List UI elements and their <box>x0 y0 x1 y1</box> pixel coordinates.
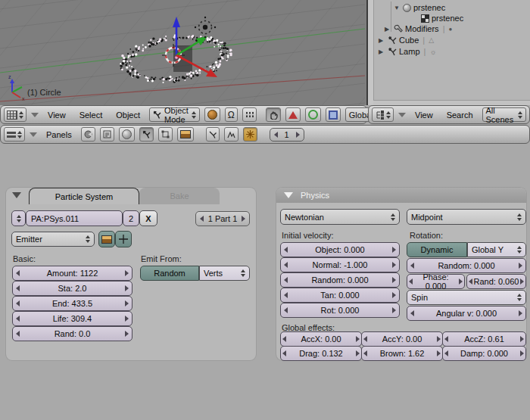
menu-view[interactable]: View <box>43 110 70 120</box>
buttons-workspace[interactable]: Particle System Bake PA:PSys.011 2 X 1 P… <box>0 145 530 420</box>
script-context-button[interactable] <box>100 127 114 142</box>
scale-manipulator-button[interactable] <box>326 107 341 122</box>
outliner-scrollbar-bottom[interactable] <box>373 100 530 105</box>
velocity-normal-field[interactable]: Normal: -1.000 <box>280 257 400 272</box>
physics-panel-header[interactable]: Physics <box>276 188 526 203</box>
rand-field[interactable]: Rand: 0.0 <box>12 326 132 341</box>
tab-particle-system[interactable]: Particle System <box>29 188 139 204</box>
outliner-item-label[interactable]: prstenec <box>432 14 463 23</box>
render-emitter-toggle[interactable] <box>98 231 115 247</box>
panel-collapse-icon[interactable] <box>284 192 293 198</box>
brown-field[interactable]: Brown: 1.62 <box>361 346 443 361</box>
increment-arrow-icon[interactable] <box>520 350 524 356</box>
increment-arrow-icon[interactable] <box>392 247 396 253</box>
show-emitter-toggle[interactable] <box>115 231 132 247</box>
collapse-arrow-icon[interactable]: ▼ <box>394 5 401 11</box>
header-menu-collapse-icon[interactable] <box>30 132 37 137</box>
life-field[interactable]: Life: 309.4 <box>12 311 132 326</box>
outliner-row-modifiers[interactable]: ▶ Modifiers | ● <box>385 23 452 34</box>
emit-from-selector[interactable]: Verts <box>199 266 250 281</box>
rotation-random-field[interactable]: Random: 0.000 <box>407 258 526 273</box>
menu-search[interactable]: Search <box>442 110 478 120</box>
increment-arrow-icon[interactable] <box>519 310 522 316</box>
menu-object[interactable]: Object <box>111 110 145 120</box>
outliner-item-label[interactable]: Lamp <box>399 47 420 56</box>
increment-arrow-icon[interactable] <box>519 263 522 269</box>
object-subcontext-button[interactable] <box>206 127 220 142</box>
lamp-object[interactable] <box>195 17 216 38</box>
outliner-row-cube[interactable]: ▶ Cube | △ <box>379 35 434 45</box>
outliner-scrollbar-left[interactable] <box>368 0 374 105</box>
header-menu-collapse-icon[interactable] <box>31 113 39 117</box>
object-context-button[interactable] <box>139 127 154 142</box>
increment-arrow-icon[interactable] <box>520 336 524 342</box>
panel-collapse-icon[interactable] <box>12 192 21 198</box>
snap-button[interactable] <box>242 107 257 122</box>
physics-type-selector[interactable]: Newtonian <box>280 209 400 225</box>
end-field[interactable]: End: 433.5 <box>12 296 132 311</box>
draw-mode-selector[interactable] <box>204 107 220 122</box>
integrator-selector[interactable]: Midpoint <box>407 209 526 225</box>
outliner-item-label[interactable]: Cube <box>399 36 419 45</box>
angular-velocity-field[interactable]: Angular v: 0.000 <box>407 306 526 321</box>
expand-arrow-icon[interactable]: ▶ <box>379 37 385 44</box>
outliner-item-label[interactable]: Modifiers <box>405 24 439 33</box>
particle-system-pager[interactable]: 1 Part 1 <box>195 211 250 226</box>
viewport-canvas[interactable]: z x (1) Circle <box>0 0 365 105</box>
increment-arrow-icon[interactable] <box>392 262 396 268</box>
start-field[interactable]: Sta: 2.0 <box>12 281 132 296</box>
spin-selector[interactable]: Spin <box>407 290 526 305</box>
emit-random-toggle[interactable]: Random <box>140 266 199 281</box>
velocity-random-field[interactable]: Random: 0.000 <box>280 272 400 288</box>
3d-viewport[interactable]: z x (1) Circle <box>0 0 368 105</box>
menu-select[interactable]: Select <box>75 110 108 120</box>
increment-arrow-icon[interactable] <box>459 278 463 285</box>
increment-arrow-icon[interactable] <box>356 350 360 356</box>
physics-subcontext-button[interactable] <box>224 127 238 142</box>
amount-field[interactable]: Amount: 1122 <box>12 266 132 281</box>
menu-view[interactable]: View <box>410 110 438 120</box>
logic-context-button[interactable] <box>81 127 95 142</box>
shading-context-button[interactable] <box>119 127 135 142</box>
header-menu-collapse-icon[interactable] <box>398 113 406 117</box>
mode-selector[interactable]: Object Mode <box>149 107 200 122</box>
increment-arrow-icon[interactable] <box>125 270 129 276</box>
pivot-selector[interactable]: Ω <box>225 107 238 122</box>
datablock-browse-button[interactable] <box>11 210 26 226</box>
outliner-panel[interactable]: ▼ prstenec prstenec ▶ Modifiers | ● ▶ <box>368 0 530 105</box>
phase-rand-field[interactable]: Rand: 0.060 <box>466 274 526 289</box>
system-type-selector[interactable]: Emitter <box>11 232 95 247</box>
accy-field[interactable]: AccY: 0.00 <box>361 331 443 347</box>
outliner-row-lamp[interactable]: ▶ Lamp | ☼ <box>379 46 437 57</box>
scene-context-button[interactable] <box>177 127 194 142</box>
velocity-tan-field[interactable]: Tan: 0.000 <box>280 288 400 303</box>
dynamic-toggle[interactable]: Dynamic <box>407 242 467 257</box>
drag-field[interactable]: Drag: 0.132 <box>280 346 362 361</box>
expand-arrow-icon[interactable]: ▶ <box>385 26 391 33</box>
particle-subcontext-button[interactable] <box>243 127 257 142</box>
editor-type-selector[interactable] <box>4 127 25 142</box>
increment-arrow-icon[interactable] <box>520 278 524 285</box>
editor-type-selector[interactable] <box>4 107 26 122</box>
damp-field[interactable]: Damp: 0.000 <box>442 346 526 361</box>
editing-context-button[interactable] <box>158 127 173 142</box>
rotation-axis-selector[interactable]: Global Y <box>467 242 526 257</box>
increment-arrow-icon[interactable] <box>392 277 396 283</box>
increment-arrow-icon[interactable] <box>356 336 360 342</box>
user-count-button[interactable]: 2 <box>123 210 139 226</box>
scene-filter-selector[interactable]: All Scenes <box>482 107 526 122</box>
increment-arrow-icon[interactable] <box>125 331 129 337</box>
increment-arrow-icon[interactable] <box>125 316 129 322</box>
velocity-rot-field[interactable]: Rot: 0.000 <box>280 303 400 318</box>
increment-arrow-icon[interactable] <box>392 292 396 298</box>
enable-dot-icon[interactable]: ● <box>448 26 452 33</box>
frame-number-field[interactable]: 1 <box>270 128 304 142</box>
increment-arrow-icon[interactable] <box>125 285 129 291</box>
manipulator-toggle[interactable] <box>266 107 281 122</box>
phase-field[interactable]: Phase: 0.000 <box>407 274 465 289</box>
accx-field[interactable]: AccX: 0.00 <box>280 331 362 347</box>
translate-manipulator-button[interactable] <box>285 107 301 122</box>
editor-type-selector[interactable] <box>372 107 394 122</box>
outliner-item-label[interactable]: prstenec <box>413 3 445 12</box>
increment-arrow-icon[interactable] <box>437 350 441 356</box>
